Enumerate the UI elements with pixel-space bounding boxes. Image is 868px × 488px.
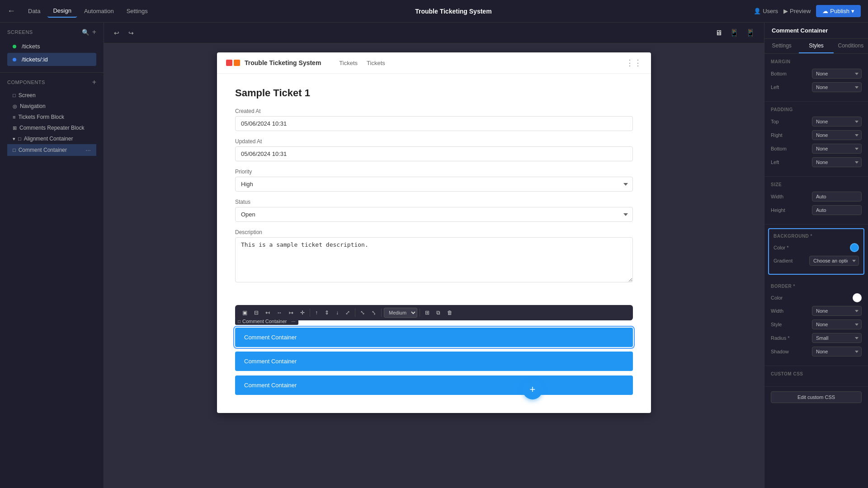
logo-icon — [226, 60, 240, 66]
bg-color-label: Color * — [774, 245, 789, 250]
border-style-select[interactable]: None — [812, 319, 862, 329]
padding-top-select[interactable]: None — [812, 117, 862, 127]
preview-button[interactable]: ▶ Preview — [783, 8, 811, 14]
border-shadow-select[interactable]: None — [812, 347, 862, 357]
tablet-view-button[interactable]: 📱 — [728, 27, 741, 39]
publish-button[interactable]: ☁ Publish ▾ — [816, 5, 861, 17]
nav-tab-automation[interactable]: Automation — [79, 5, 119, 18]
ftb-expand2-button[interactable]: ⤡ — [358, 308, 368, 318]
ftb-grid-button[interactable]: ⊞ — [422, 308, 432, 318]
more-icon-1[interactable]: ··· — [291, 319, 295, 324]
width-input[interactable] — [812, 192, 862, 202]
component-navigation[interactable]: ◎ Navigation — [7, 101, 96, 112]
publish-icon: ☁ — [822, 8, 828, 14]
preview-icon: ▶ — [783, 8, 788, 14]
component-comments-repeater[interactable]: ⊞ Comments Repeater Block — [7, 122, 96, 133]
add-screen-button[interactable]: + — [92, 28, 96, 36]
background-title: BACKGROUND * — [774, 234, 859, 239]
right-panel-tabs: Settings Styles Conditions — [764, 39, 868, 54]
ftb-layout1-button[interactable]: ▣ — [240, 308, 250, 318]
ftb-delete-button[interactable]: 🗑 — [444, 308, 455, 318]
nav-link-tickets-2[interactable]: Tickets — [367, 60, 385, 66]
comment-container-2[interactable]: Comment Container — [235, 352, 633, 371]
more-options-icon[interactable]: ··· — [85, 146, 91, 154]
ftb-move-button[interactable]: ✛ — [297, 308, 307, 318]
desktop-view-button[interactable]: 🖥 — [713, 27, 724, 39]
component-tickets-form[interactable]: ≡ Tickets Form Block — [7, 112, 96, 122]
ftb-align-left-button[interactable]: ↤ — [263, 308, 273, 318]
component-screen[interactable]: □ Screen — [7, 90, 96, 101]
border-style-row: Style None — [771, 319, 862, 329]
padding-left-select[interactable]: None — [812, 157, 862, 167]
ftb-shrink-button[interactable]: ⤣ — [369, 308, 379, 318]
dots-grid-icon: ⋮⋮ — [626, 58, 642, 67]
status-label: Status — [235, 199, 633, 205]
custom-css-title: CUSTOM CSS — [771, 371, 862, 376]
search-icon[interactable]: 🔍 — [82, 28, 90, 36]
margin-section: MARGIN Bottom None Left None — [764, 54, 868, 102]
app-name: Trouble Ticketing System — [245, 59, 321, 66]
sidebar-item-tickets-id[interactable]: /tickets/:id — [7, 53, 96, 66]
fab-button[interactable]: + — [523, 380, 542, 399]
undo-button[interactable]: ↩ — [111, 28, 122, 38]
description-textarea[interactable]: This is a sample ticket description. — [235, 237, 633, 282]
mobile-view-button[interactable]: 📱 — [744, 27, 757, 39]
ftb-align-bottom-button[interactable]: ↓ — [333, 308, 341, 318]
border-color-swatch[interactable] — [853, 293, 862, 302]
edit-custom-css-button[interactable]: Edit custom CSS — [771, 391, 862, 403]
navigation-icon: ◎ — [13, 103, 17, 109]
publish-chevron-icon: ▾ — [851, 8, 854, 14]
ftb-size-select[interactable]: Medium — [384, 308, 417, 318]
status-group: Status Open — [235, 199, 633, 222]
ftb-layout2-button[interactable]: ⊟ — [251, 308, 261, 318]
nav-tab-settings[interactable]: Settings — [121, 5, 153, 18]
custom-css-section: CUSTOM CSS — [764, 366, 868, 387]
priority-select[interactable]: High — [235, 177, 633, 192]
margin-bottom-select[interactable]: None — [812, 69, 862, 79]
gradient-select[interactable]: Choose an option — [809, 256, 859, 266]
ftb-align-mid-button[interactable]: ⇕ — [322, 308, 332, 318]
app-title: Trouble Ticketing System — [415, 8, 491, 15]
ftb-align-top-button[interactable]: ↑ — [312, 308, 321, 318]
padding-bottom-select[interactable]: None — [812, 144, 862, 154]
comment-container-3[interactable]: Comment Container — [235, 375, 633, 395]
ftb-expand-button[interactable]: ⤢ — [343, 308, 353, 318]
bg-gradient-label: Gradient — [774, 258, 793, 263]
updated-at-input[interactable] — [235, 146, 633, 161]
tab-conditions[interactable]: Conditions — [834, 39, 868, 53]
height-input[interactable] — [812, 205, 862, 215]
ftb-align-center-button[interactable]: ↔ — [274, 308, 285, 318]
component-comment-container[interactable]: □ Comment Container ··· — [7, 144, 96, 156]
users-button[interactable]: 👤 Users — [754, 8, 778, 14]
canvas-toolbar: ↩ ↪ 🖥 📱 📱 — [104, 23, 764, 43]
border-radius-select[interactable]: Small — [812, 333, 862, 343]
margin-left-select[interactable]: None — [812, 82, 862, 92]
status-select[interactable]: Open — [235, 207, 633, 222]
nav-link-tickets-1[interactable]: Tickets — [339, 60, 358, 66]
ftb-align-right-button[interactable]: ↦ — [286, 308, 296, 318]
component-alignment-container[interactable]: ▾ □ Alignment Container — [7, 133, 96, 144]
sidebar-item-tickets[interactable]: /tickets — [7, 40, 96, 53]
padding-right-label: Right — [771, 132, 783, 138]
border-width-row: Width None — [771, 306, 862, 316]
screens-section: Screens 🔍 + /tickets /tickets/:id — [0, 23, 104, 69]
add-component-button[interactable]: + — [92, 78, 96, 86]
ticket-title: Sample Ticket 1 — [235, 87, 633, 99]
toolbar-divider-2 — [355, 309, 355, 317]
nav-tab-data[interactable]: Data — [23, 5, 46, 18]
padding-right-select[interactable]: None — [812, 130, 862, 140]
redo-button[interactable]: ↪ — [126, 28, 137, 38]
tab-styles[interactable]: Styles — [799, 39, 833, 53]
border-radius-label: Radius * — [771, 335, 790, 341]
ftb-copy-button[interactable]: ⧉ — [434, 308, 443, 318]
back-button[interactable]: ← — [7, 6, 15, 16]
nav-tab-design[interactable]: Design — [47, 5, 76, 18]
created-at-input[interactable] — [235, 116, 633, 131]
tab-settings[interactable]: Settings — [764, 39, 799, 53]
padding-bottom-label: Bottom — [771, 146, 787, 151]
border-width-select[interactable]: None — [812, 306, 862, 316]
canvas-wrapper: Trouble Ticketing System Tickets Tickets… — [104, 43, 764, 488]
border-radius-row: Radius * Small — [771, 333, 862, 343]
comment-container-1[interactable]: □ Comment Container ··· Comment Containe… — [235, 328, 633, 347]
bg-color-swatch[interactable] — [850, 243, 859, 252]
